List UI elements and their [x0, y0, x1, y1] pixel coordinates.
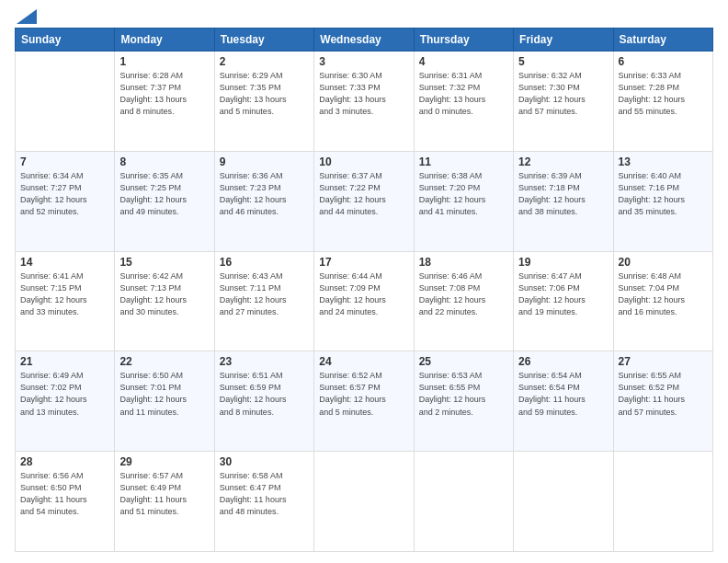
calendar-cell: 14Sunrise: 6:41 AM Sunset: 7:15 PM Dayli… [16, 251, 115, 351]
day-info: Sunrise: 6:44 AM Sunset: 7:09 PM Dayligh… [319, 270, 408, 318]
calendar-cell: 2Sunrise: 6:29 AM Sunset: 7:35 PM Daylig… [214, 52, 313, 152]
calendar-header-row: SundayMondayTuesdayWednesdayThursdayFrid… [16, 29, 713, 52]
day-info: Sunrise: 6:37 AM Sunset: 7:22 PM Dayligh… [319, 170, 408, 218]
calendar-cell [314, 452, 414, 552]
svg-marker-0 [17, 9, 37, 24]
day-info: Sunrise: 6:56 AM Sunset: 6:50 PM Dayligh… [20, 470, 109, 518]
day-number: 24 [319, 355, 408, 368]
day-number: 13 [619, 155, 708, 168]
day-number: 29 [119, 455, 209, 468]
day-number: 8 [119, 155, 209, 168]
calendar-cell [16, 52, 115, 152]
calendar-cell: 16Sunrise: 6:43 AM Sunset: 7:11 PM Dayli… [214, 251, 313, 351]
calendar-week-row: 21Sunrise: 6:49 AM Sunset: 7:02 PM Dayli… [16, 351, 713, 452]
calendar-cell: 13Sunrise: 6:40 AM Sunset: 7:16 PM Dayli… [613, 151, 712, 251]
day-number: 18 [419, 256, 508, 269]
day-number: 20 [619, 256, 708, 269]
calendar-table: SundayMondayTuesdayWednesdayThursdayFrid… [15, 28, 713, 552]
day-info: Sunrise: 6:28 AM Sunset: 7:37 PM Dayligh… [119, 70, 209, 118]
calendar-cell [613, 452, 712, 552]
calendar-cell: 28Sunrise: 6:56 AM Sunset: 6:50 PM Dayli… [16, 452, 115, 552]
day-info: Sunrise: 6:30 AM Sunset: 7:33 PM Dayligh… [319, 70, 408, 118]
day-header-monday: Monday [115, 29, 214, 52]
calendar-cell: 19Sunrise: 6:47 AM Sunset: 7:06 PM Dayli… [514, 251, 613, 351]
calendar-cell: 29Sunrise: 6:57 AM Sunset: 6:49 PM Dayli… [115, 452, 214, 552]
day-number: 2 [220, 55, 309, 68]
calendar-cell: 8Sunrise: 6:35 AM Sunset: 7:25 PM Daylig… [115, 151, 214, 251]
day-header-saturday: Saturday [613, 29, 712, 52]
calendar-cell: 30Sunrise: 6:58 AM Sunset: 6:47 PM Dayli… [214, 452, 313, 552]
calendar-cell: 5Sunrise: 6:32 AM Sunset: 7:30 PM Daylig… [514, 52, 613, 152]
day-info: Sunrise: 6:54 AM Sunset: 6:54 PM Dayligh… [518, 370, 608, 418]
day-number: 11 [419, 155, 508, 168]
day-info: Sunrise: 6:36 AM Sunset: 7:23 PM Dayligh… [220, 170, 309, 218]
day-number: 30 [220, 455, 309, 468]
day-info: Sunrise: 6:49 AM Sunset: 7:02 PM Dayligh… [20, 370, 109, 418]
calendar-cell: 23Sunrise: 6:51 AM Sunset: 6:59 PM Dayli… [214, 351, 313, 452]
calendar-cell: 7Sunrise: 6:34 AM Sunset: 7:27 PM Daylig… [16, 151, 115, 251]
day-info: Sunrise: 6:50 AM Sunset: 7:01 PM Dayligh… [119, 370, 209, 418]
calendar-cell: 3Sunrise: 6:30 AM Sunset: 7:33 PM Daylig… [314, 52, 414, 152]
day-info: Sunrise: 6:31 AM Sunset: 7:32 PM Dayligh… [419, 70, 508, 118]
day-number: 21 [20, 355, 109, 368]
day-header-wednesday: Wednesday [314, 29, 414, 52]
day-info: Sunrise: 6:48 AM Sunset: 7:04 PM Dayligh… [619, 270, 708, 318]
calendar-cell: 18Sunrise: 6:46 AM Sunset: 7:08 PM Dayli… [414, 251, 513, 351]
day-info: Sunrise: 6:29 AM Sunset: 7:35 PM Dayligh… [220, 70, 309, 118]
day-info: Sunrise: 6:43 AM Sunset: 7:11 PM Dayligh… [220, 270, 309, 318]
day-info: Sunrise: 6:41 AM Sunset: 7:15 PM Dayligh… [20, 270, 109, 318]
day-info: Sunrise: 6:53 AM Sunset: 6:55 PM Dayligh… [419, 370, 508, 418]
calendar-cell: 6Sunrise: 6:33 AM Sunset: 7:28 PM Daylig… [613, 52, 712, 152]
day-header-thursday: Thursday [414, 29, 513, 52]
day-info: Sunrise: 6:38 AM Sunset: 7:20 PM Dayligh… [419, 170, 508, 218]
calendar-cell: 25Sunrise: 6:53 AM Sunset: 6:55 PM Dayli… [414, 351, 513, 452]
calendar-cell: 11Sunrise: 6:38 AM Sunset: 7:20 PM Dayli… [414, 151, 513, 251]
day-info: Sunrise: 6:57 AM Sunset: 6:49 PM Dayligh… [119, 470, 209, 518]
day-info: Sunrise: 6:33 AM Sunset: 7:28 PM Dayligh… [619, 70, 708, 118]
calendar-cell: 27Sunrise: 6:55 AM Sunset: 6:52 PM Dayli… [613, 351, 712, 452]
calendar-cell: 17Sunrise: 6:44 AM Sunset: 7:09 PM Dayli… [314, 251, 414, 351]
day-number: 3 [319, 55, 408, 68]
day-number: 6 [619, 55, 708, 68]
day-number: 19 [518, 256, 608, 269]
logo-icon [17, 9, 37, 24]
day-header-tuesday: Tuesday [214, 29, 313, 52]
day-number: 12 [518, 155, 608, 168]
day-number: 23 [220, 355, 309, 368]
day-number: 25 [419, 355, 508, 368]
day-info: Sunrise: 6:46 AM Sunset: 7:08 PM Dayligh… [419, 270, 508, 318]
day-info: Sunrise: 6:39 AM Sunset: 7:18 PM Dayligh… [518, 170, 608, 218]
day-number: 9 [220, 155, 309, 168]
calendar-cell [514, 452, 613, 552]
calendar-cell: 24Sunrise: 6:52 AM Sunset: 6:57 PM Dayli… [314, 351, 414, 452]
calendar-cell: 9Sunrise: 6:36 AM Sunset: 7:23 PM Daylig… [214, 151, 313, 251]
day-number: 1 [119, 55, 209, 68]
calendar-cell: 15Sunrise: 6:42 AM Sunset: 7:13 PM Dayli… [115, 251, 214, 351]
page: SundayMondayTuesdayWednesdayThursdayFrid… [0, 0, 728, 563]
day-number: 16 [220, 256, 309, 269]
day-number: 27 [619, 355, 708, 368]
day-number: 28 [20, 455, 109, 468]
calendar-cell [414, 452, 513, 552]
calendar-cell: 26Sunrise: 6:54 AM Sunset: 6:54 PM Dayli… [514, 351, 613, 452]
day-info: Sunrise: 6:34 AM Sunset: 7:27 PM Dayligh… [20, 170, 109, 218]
calendar-week-row: 1Sunrise: 6:28 AM Sunset: 7:37 PM Daylig… [16, 52, 713, 152]
day-info: Sunrise: 6:52 AM Sunset: 6:57 PM Dayligh… [319, 370, 408, 418]
day-header-friday: Friday [514, 29, 613, 52]
day-info: Sunrise: 6:47 AM Sunset: 7:06 PM Dayligh… [518, 270, 608, 318]
day-number: 7 [20, 155, 109, 168]
calendar-week-row: 14Sunrise: 6:41 AM Sunset: 7:15 PM Dayli… [16, 251, 713, 351]
calendar-week-row: 28Sunrise: 6:56 AM Sunset: 6:50 PM Dayli… [16, 452, 713, 552]
header [15, 11, 713, 20]
day-number: 17 [319, 256, 408, 269]
day-number: 15 [119, 256, 209, 269]
calendar-week-row: 7Sunrise: 6:34 AM Sunset: 7:27 PM Daylig… [16, 151, 713, 251]
day-number: 5 [518, 55, 608, 68]
day-number: 22 [119, 355, 209, 368]
day-info: Sunrise: 6:51 AM Sunset: 6:59 PM Dayligh… [220, 370, 309, 418]
day-info: Sunrise: 6:55 AM Sunset: 6:52 PM Dayligh… [619, 370, 708, 418]
day-info: Sunrise: 6:58 AM Sunset: 6:47 PM Dayligh… [220, 470, 309, 518]
calendar-cell: 21Sunrise: 6:49 AM Sunset: 7:02 PM Dayli… [16, 351, 115, 452]
day-number: 14 [20, 256, 109, 269]
calendar-cell: 1Sunrise: 6:28 AM Sunset: 7:37 PM Daylig… [115, 52, 214, 152]
